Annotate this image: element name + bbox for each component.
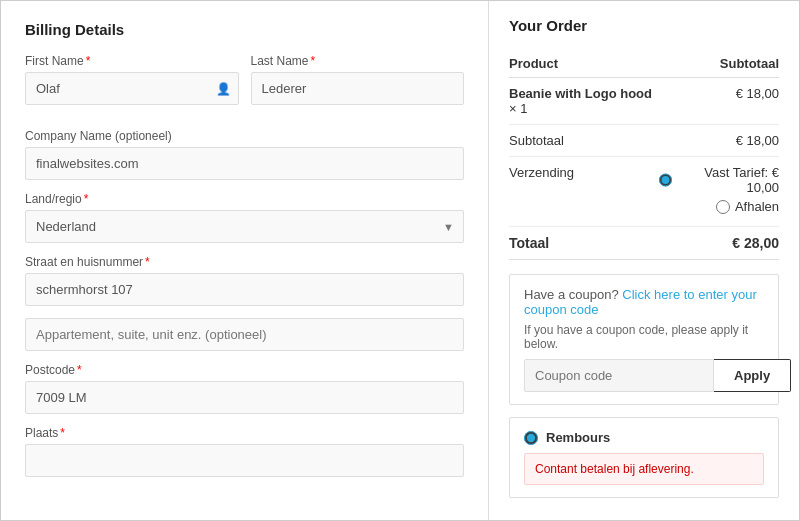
shipping-option-1: Vast Tarief: € 10,00 [659,165,779,195]
product-name-cell: Beanie with Logo hood × 1 [509,78,659,125]
person-icon: 👤 [216,82,231,96]
country-label: Land/regio* [25,192,464,206]
order-table: Product Subtotaal Beanie with Logo hood … [509,50,779,260]
table-row: Beanie with Logo hood × 1 € 18,00 [509,78,779,125]
table-row: Subtotaal € 18,00 [509,125,779,157]
apply-button[interactable]: Apply [714,359,791,392]
country-group: Land/regio* Nederland ▼ [25,192,464,243]
total-value-cell: € 28,00 [659,227,779,260]
billing-title: Billing Details [25,21,464,38]
coupon-link-text: Have a coupon? Click here to enter your … [524,287,764,317]
apartment-group [25,318,464,351]
payment-radio[interactable] [524,431,538,445]
col-subtotal-header: Subtotaal [659,50,779,78]
first-name-group: First Name* 👤 [25,54,239,105]
product-name: Beanie with Logo hood [509,86,652,101]
payment-option: Rembours [524,430,764,445]
street-group: Straat en huisnummer* [25,255,464,306]
country-select[interactable]: Nederland [25,210,464,243]
coupon-subtext: If you have a coupon code, please apply … [524,323,764,351]
shipping-label-1: Vast Tarief: € 10,00 [677,165,779,195]
subtotal-label-cell: Subtotaal [509,125,659,157]
shipping-label-2: Afhalen [735,199,779,214]
shipping-radio-1[interactable] [659,173,672,187]
first-name-label: First Name* [25,54,239,68]
required-mark-p: * [77,363,82,377]
street-input[interactable] [25,273,464,306]
table-row: Verzending Vast Tarief: € 10,00 Afhalen [509,157,779,227]
apartment-input[interactable] [25,318,464,351]
company-label: Company Name (optioneel) [25,129,464,143]
billing-details-panel: Billing Details First Name* 👤 Last Name*… [1,1,489,520]
last-name-label: Last Name* [251,54,465,68]
last-name-input[interactable] [251,72,465,105]
payment-label: Rembours [546,430,610,445]
table-row: Totaal € 28,00 [509,227,779,260]
company-input[interactable] [25,147,464,180]
order-summary-panel: Your Order Product Subtotaal Beanie with… [489,1,799,520]
col-product-header: Product [509,50,659,78]
payment-description: Contant betalen bij aflevering. [524,453,764,485]
subtotal-value-cell: € 18,00 [659,125,779,157]
last-name-group: Last Name* [251,54,465,105]
required-mark-ci: * [60,426,65,440]
street-label: Straat en huisnummer* [25,255,464,269]
order-title: Your Order [509,17,779,34]
shipping-label-cell: Verzending [509,157,659,227]
coupon-input[interactable] [524,359,714,392]
product-price-cell: € 18,00 [659,78,779,125]
coupon-input-row: Apply [524,359,764,392]
postcode-input[interactable] [25,381,464,414]
city-label: Plaats* [25,426,464,440]
shipping-radio-2[interactable] [716,200,730,214]
postcode-group: Postcode* [25,363,464,414]
payment-section: Rembours Contant betalen bij aflevering. [509,417,779,498]
city-group: Plaats* [25,426,464,477]
first-name-input[interactable] [25,72,239,105]
product-qty: × 1 [509,101,527,116]
shipping-options-cell: Vast Tarief: € 10,00 Afhalen [659,157,779,227]
required-mark-c: * [84,192,89,206]
city-input[interactable] [25,444,464,477]
company-group: Company Name (optioneel) [25,129,464,180]
coupon-pre-text: Have a coupon? [524,287,619,302]
country-select-wrapper: Nederland ▼ [25,210,464,243]
first-name-input-wrapper: 👤 [25,72,239,105]
required-mark-s: * [145,255,150,269]
coupon-section: Have a coupon? Click here to enter your … [509,274,779,405]
shipping-option-2: Afhalen [659,199,779,214]
required-mark: * [86,54,91,68]
total-label-cell: Totaal [509,227,659,260]
postcode-label: Postcode* [25,363,464,377]
required-mark-ln: * [311,54,316,68]
